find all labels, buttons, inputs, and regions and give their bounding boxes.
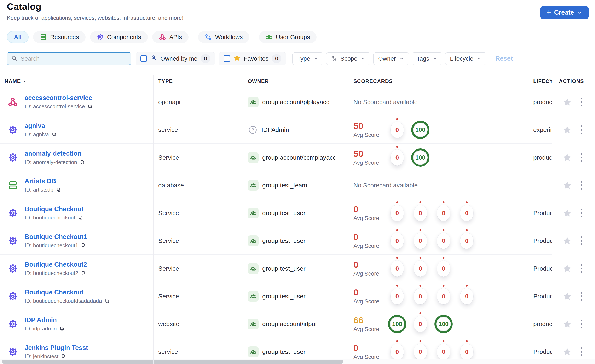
- tab-apis[interactable]: APIs: [152, 31, 189, 43]
- scorecard-score-badge[interactable]: 0: [460, 233, 473, 249]
- scorecard-score-badge[interactable]: 100: [411, 121, 430, 139]
- scorecard-score-badge[interactable]: 0: [460, 344, 473, 360]
- entity-name-link[interactable]: Artists DB: [25, 177, 56, 185]
- horizontal-scrollbar-thumb[interactable]: [2, 360, 343, 364]
- group-icon: [248, 319, 259, 329]
- copy-icon[interactable]: [56, 187, 62, 193]
- copy-icon[interactable]: [51, 132, 57, 137]
- more-actions-button[interactable]: [578, 96, 585, 108]
- more-actions-button[interactable]: [578, 235, 585, 247]
- scope-filter-dropdown[interactable]: Scope: [326, 52, 370, 65]
- entity-name-link[interactable]: IDP Admin: [25, 316, 57, 324]
- scorecard-score-badge[interactable]: 0: [437, 205, 450, 221]
- search-box[interactable]: [7, 52, 131, 65]
- owned-by-me-count: 0: [201, 55, 210, 63]
- favorite-star-button[interactable]: [563, 181, 572, 190]
- tags-filter-dropdown[interactable]: Tags: [412, 52, 442, 65]
- owned-by-me-filter[interactable]: Owned by me 0: [136, 52, 215, 65]
- scorecard-score-badge[interactable]: 0: [437, 260, 450, 277]
- reset-filters-button[interactable]: Reset: [495, 55, 513, 62]
- owner-filter-dropdown[interactable]: Owner: [373, 52, 409, 65]
- copy-icon[interactable]: [78, 215, 83, 221]
- scorecard-score-badge[interactable]: 100: [388, 315, 406, 333]
- entity-name-link[interactable]: Jenkins Plugin Tesst: [25, 344, 88, 351]
- copy-icon[interactable]: [81, 243, 86, 248]
- more-actions-button[interactable]: [578, 124, 585, 136]
- scorecards-cell: 0Avg Score000: [350, 255, 529, 282]
- scorecard-score-badge[interactable]: 0: [390, 233, 404, 249]
- owned-by-me-checkbox[interactable]: [141, 55, 147, 62]
- entity-id: ID: jenkinstest: [25, 353, 88, 360]
- favorite-star-button[interactable]: [563, 98, 572, 106]
- scorecard-score-badge[interactable]: 0: [390, 288, 404, 304]
- scorecard-score-badge[interactable]: 0: [390, 149, 404, 166]
- entity-name-link[interactable]: Boutique Checkout: [25, 205, 84, 213]
- favorite-star-button[interactable]: [563, 126, 572, 134]
- favorite-star-button[interactable]: [563, 292, 572, 301]
- scorecard-score-badge[interactable]: 0: [414, 260, 427, 277]
- entity-id: ID: artistsdb: [25, 187, 62, 193]
- scorecard-score-badge[interactable]: 0: [460, 205, 473, 221]
- favorites-filter[interactable]: Favorites 0: [219, 52, 286, 65]
- scorecards-cell: 50Avg Score0100: [350, 116, 529, 144]
- tab-workflows[interactable]: Workflows: [198, 31, 249, 43]
- entity-name-link[interactable]: Boutique Checkout: [25, 289, 84, 296]
- scorecard-score-badge[interactable]: 0: [414, 316, 427, 332]
- favorite-star-button[interactable]: [563, 153, 572, 162]
- scope-icon: [331, 56, 337, 62]
- scorecard-score-badge[interactable]: 0: [390, 205, 404, 221]
- type-filter-dropdown[interactable]: Type: [292, 52, 323, 65]
- more-actions-button[interactable]: [578, 290, 585, 302]
- scorecard-score-badge[interactable]: 0: [437, 288, 450, 304]
- more-actions-button[interactable]: [578, 207, 585, 219]
- scorecard-score-badge[interactable]: 0: [390, 344, 404, 360]
- favorite-star-button[interactable]: [563, 237, 572, 245]
- copy-icon[interactable]: [79, 160, 85, 165]
- entity-name-link[interactable]: accesscontrol-service: [25, 94, 92, 101]
- tab-user-groups[interactable]: User Groups: [259, 31, 317, 43]
- favorite-star-button[interactable]: [563, 264, 572, 273]
- copy-icon[interactable]: [61, 354, 66, 359]
- tab-resources[interactable]: Resources: [33, 31, 85, 43]
- favorite-star-button[interactable]: [563, 320, 572, 328]
- scorecards-cell: 0Avg Score0000: [350, 227, 529, 255]
- favorite-star-button[interactable]: [563, 209, 572, 217]
- scorecard-score-badge[interactable]: 0: [390, 122, 404, 138]
- scorecard-score-badge[interactable]: 0: [437, 344, 450, 360]
- more-actions-button[interactable]: [578, 152, 585, 164]
- scorecard-score-badge[interactable]: 0: [414, 233, 427, 249]
- owner-label: group:test_user: [262, 237, 305, 244]
- scorecards-cell: 0Avg Score0000: [350, 199, 529, 227]
- more-actions-button[interactable]: [578, 179, 585, 191]
- more-actions-button[interactable]: [578, 346, 585, 358]
- scorecard-score-badge[interactable]: 0: [460, 288, 473, 304]
- scorecard-score-badge[interactable]: 0: [414, 344, 427, 360]
- tab-components[interactable]: Components: [90, 31, 148, 43]
- scorecard-score-badge[interactable]: 0: [414, 205, 427, 221]
- favorites-checkbox[interactable]: [224, 55, 230, 62]
- scorecard-score-badge[interactable]: 0: [414, 288, 427, 304]
- scorecard-score-badge[interactable]: 100: [434, 315, 453, 333]
- favorite-star-button[interactable]: [563, 347, 572, 356]
- more-actions-button[interactable]: [578, 263, 585, 274]
- more-actions-button[interactable]: [578, 318, 585, 330]
- copy-icon[interactable]: [59, 326, 65, 331]
- copy-icon[interactable]: [104, 298, 110, 304]
- lifecycle-filter-dropdown[interactable]: Lifecycle: [445, 52, 486, 65]
- search-input[interactable]: [21, 55, 127, 62]
- copy-icon[interactable]: [81, 270, 86, 276]
- scorecard-score-badge[interactable]: 0: [390, 260, 404, 277]
- entity-name-link[interactable]: anomaly-detection: [25, 150, 81, 157]
- scorecard-score-badge[interactable]: 0: [437, 233, 450, 249]
- entity-name-link[interactable]: Boutique Checkout1: [25, 233, 87, 240]
- entity-name-link[interactable]: Boutique Checkout2: [25, 261, 87, 268]
- tab-all[interactable]: All: [7, 31, 28, 43]
- actions-cell: [552, 310, 595, 338]
- column-header-name[interactable]: NAME▲: [0, 78, 153, 84]
- name-cell: Boutique CheckoutID: boutiquecheckout: [0, 199, 153, 227]
- create-button[interactable]: + Create: [540, 6, 588, 19]
- group-icon: [248, 263, 259, 274]
- copy-icon[interactable]: [87, 104, 93, 109]
- scorecard-score-badge[interactable]: 100: [411, 148, 430, 167]
- entity-name-link[interactable]: agniva: [25, 122, 45, 129]
